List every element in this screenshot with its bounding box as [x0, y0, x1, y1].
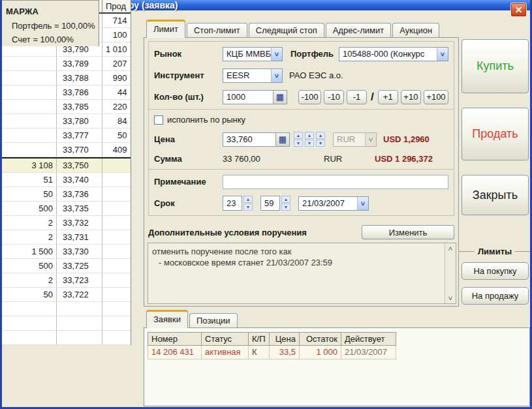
note-input[interactable]	[223, 175, 448, 189]
order-book-row[interactable]: 50 33,736	[2, 187, 131, 202]
qty-minus-100-button[interactable]: -100	[298, 90, 321, 104]
order-book-row[interactable]: 33,786 44	[2, 85, 131, 100]
order-book-row[interactable]: 33,780 84	[2, 114, 131, 129]
orders-rows: 14 206 431 активная К 33,5 1 000 21/03/2…	[148, 346, 396, 359]
price-input[interactable]: 33,760 ▦	[223, 132, 290, 147]
sell-button[interactable]: Продать	[462, 108, 529, 160]
scroll-up-icon[interactable]: ˄	[445, 243, 456, 254]
spin-up-icon[interactable]: ▲	[294, 132, 303, 139]
conditions-text-area[interactable]: отменить поручение после того как - моск…	[148, 243, 456, 304]
margin-account: Счет = 100,00%	[6, 33, 95, 46]
calculator-icon[interactable]: ▦	[275, 133, 289, 146]
tab-orders[interactable]: Заявки	[146, 310, 188, 328]
execute-at-market-checkbox[interactable]	[154, 115, 163, 125]
order-book-row[interactable]: 33,770 409	[2, 143, 131, 157]
col-valid[interactable]: Действует	[341, 332, 396, 346]
buy-button[interactable]: Купить	[462, 39, 529, 93]
qty-plus-1-button[interactable]: +1	[378, 90, 398, 104]
margin-portfolio: Портфель = 100,00%	[6, 19, 95, 33]
tab-auction[interactable]: Аукцион	[392, 23, 439, 38]
order-book-row[interactable]	[2, 302, 131, 316]
price-label: Цена	[154, 134, 223, 144]
chevron-down-icon[interactable]: ˅	[271, 48, 282, 61]
column-header-sell[interactable]: Прод	[102, 0, 131, 12]
divider	[459, 251, 475, 252]
instrument-select[interactable]: EESR ˅	[223, 68, 283, 83]
chevron-down-icon[interactable]: ˅	[271, 69, 282, 82]
spin-down-icon[interactable]: ▼	[305, 140, 314, 147]
order-book-row[interactable]: 2 33,731	[2, 230, 131, 245]
market-select[interactable]: КЦБ ММВБ ˅	[223, 47, 283, 61]
edit-conditions-button[interactable]: Изменить	[362, 225, 454, 239]
order-book-row[interactable]: 1 500 33,730	[2, 245, 131, 259]
ask-qty-cell: 409	[102, 143, 131, 157]
col-price[interactable]: Цена	[269, 332, 300, 346]
bid-qty-cell: 50	[2, 288, 57, 301]
tab-address-limit[interactable]: Адрес-лимит	[326, 23, 392, 38]
spin-down-icon[interactable]: ▼	[294, 140, 303, 147]
order-book-row[interactable]: 33,788 990	[2, 71, 131, 85]
order-book-rows: 33,799 714 33,798 100 33,790 1 010	[2, 14, 131, 345]
term-minutes-stepper[interactable]: 59 ▲ ▼	[260, 196, 290, 211]
chevron-down-icon[interactable]: ˅	[437, 48, 448, 61]
sell-limit-button[interactable]: На продажу	[462, 287, 529, 305]
calculator-icon[interactable]: ▦	[273, 91, 287, 104]
buy-limit-button[interactable]: На покупку	[462, 262, 529, 280]
spin-down-icon[interactable]: ▼	[243, 204, 253, 211]
bid-qty-cell	[2, 85, 57, 99]
qty-plus-100-button[interactable]: +100	[424, 90, 448, 104]
tab-trailing-stop[interactable]: Следящий стоп	[249, 23, 324, 38]
order-book-row[interactable]: 33,789 207	[2, 57, 131, 71]
tab-positions[interactable]: Позиции	[189, 313, 238, 328]
scroll-down-icon[interactable]: ˅	[445, 293, 456, 303]
order-book-row[interactable]: 2 33,723	[2, 273, 131, 288]
close-icon[interactable]: ✕	[510, 3, 527, 17]
order-book-row[interactable]: 33,785 220	[2, 100, 131, 114]
order-book-row[interactable]: 3 108 33,750	[2, 157, 131, 173]
bid-qty-cell: 3 108	[2, 159, 57, 172]
close-button[interactable]: Закрыть	[462, 175, 529, 215]
qty-plus-10-button[interactable]: +10	[401, 90, 421, 104]
col-number[interactable]: Номер	[148, 332, 202, 346]
bid-qty-cell: 500	[2, 202, 57, 215]
ask-qty-cell: 100	[102, 28, 131, 42]
quantity-input[interactable]: 1000 ▦	[223, 90, 287, 104]
tab-limit[interactable]: Лимит	[146, 20, 185, 38]
order-book-row[interactable]: 33,777 50	[2, 129, 131, 143]
order-book-row[interactable]: 2 33,732	[2, 216, 131, 230]
term-hours-value: 23	[223, 196, 242, 211]
order-book-row[interactable]: 50 33,722	[2, 288, 131, 302]
conditions-scrollbar[interactable]: ˄ ˅	[445, 243, 456, 303]
price-stepper-1: ▲ ▼	[294, 132, 303, 147]
portfolio-select[interactable]: 105488-000 (Конкурс ˅	[339, 47, 448, 61]
order-book-row[interactable]: 500 33,725	[2, 259, 131, 273]
qty-minus-1-button[interactable]: -1	[347, 90, 367, 104]
chevron-down-icon[interactable]: ˅	[357, 197, 368, 210]
order-row[interactable]: 14 206 431 активная К 33,5 1 000 21/03/2…	[148, 346, 396, 359]
col-status[interactable]: Статус	[201, 332, 249, 346]
order-book-row[interactable]: 500 33,735	[2, 202, 131, 216]
qty-minus-10-button[interactable]: -10	[324, 90, 344, 104]
term-hours-stepper[interactable]: 23 ▲ ▼	[223, 196, 253, 211]
ask-qty-cell: 44	[102, 85, 131, 99]
spin-down-icon[interactable]: ▼	[281, 204, 290, 211]
spin-down-icon[interactable]: ▼	[316, 140, 325, 147]
price-cell: 33,740	[57, 173, 102, 187]
orders-panel: Номер Статус К/П Цена Остаток Действует …	[144, 327, 530, 406]
order-book-row[interactable]	[2, 316, 131, 331]
price-section: исполнить по рынку Цена 33,760 ▦ ▲ ▼ ▲ ▼	[149, 109, 454, 169]
spin-up-icon[interactable]: ▲	[243, 196, 253, 203]
order-book-row[interactable]: 51 33,740	[2, 173, 131, 187]
term-date-select[interactable]: 21/03/2007 ˅	[298, 196, 369, 211]
order-book-row[interactable]	[2, 331, 131, 345]
bid-qty-cell: 1 500	[2, 245, 57, 258]
price-cell: 33,722	[57, 288, 102, 301]
spin-up-icon[interactable]: ▲	[305, 132, 314, 139]
col-side[interactable]: К/П	[248, 332, 270, 346]
col-rest[interactable]: Остаток	[299, 332, 341, 346]
spin-up-icon[interactable]: ▲	[281, 196, 290, 203]
tab-stop-limit[interactable]: Стоп-лимит	[187, 23, 247, 38]
ask-qty-cell	[102, 273, 131, 287]
spin-up-icon[interactable]: ▲	[316, 132, 325, 139]
bid-qty-cell	[2, 331, 57, 344]
